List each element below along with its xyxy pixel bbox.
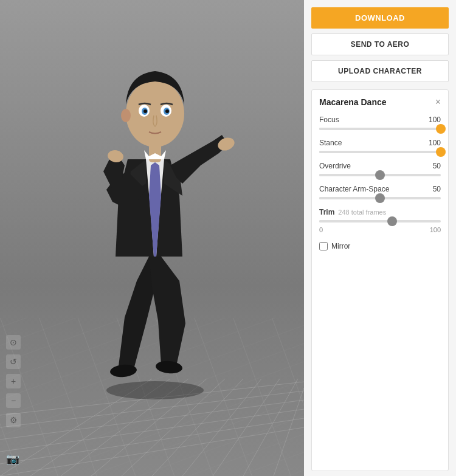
minus-icon[interactable]: − [6, 393, 21, 408]
trim-slider-row: Trim 248 total frames 0 100 [319, 208, 441, 233]
trim-numbers: 0 100 [319, 226, 441, 233]
svg-point-29 [143, 109, 147, 113]
character-svg [58, 26, 252, 402]
mirror-label: Mirror [331, 242, 350, 250]
settings-icon[interactable]: ⚙ [6, 413, 21, 427]
svg-point-30 [165, 109, 169, 113]
focus-slider-row: Focus 100 [319, 116, 441, 130]
svg-point-31 [121, 109, 131, 122]
right-panel: DOWNLOAD SEND TO AERO UPLOAD CHARACTER M… [304, 0, 456, 476]
trim-min: 0 [319, 226, 323, 233]
focus-label: Focus [319, 116, 339, 124]
camera-icon[interactable]: 📷 [6, 452, 21, 467]
panel-title: Macarena Dance [319, 97, 387, 107]
mirror-row: Mirror [319, 242, 441, 250]
overdrive-value: 50 [433, 162, 441, 170]
close-button[interactable]: × [435, 97, 441, 107]
stance-track[interactable] [319, 151, 441, 153]
toolbar: ⊙ ↺ + − ⚙ [6, 335, 21, 427]
overdrive-thumb[interactable] [375, 170, 385, 180]
trim-label: Trim [319, 208, 334, 216]
overdrive-label: Overdrive [319, 162, 351, 170]
download-button[interactable]: DOWNLOAD [311, 7, 449, 29]
panel-header: Macarena Dance × [319, 97, 441, 107]
trim-track[interactable] [319, 220, 441, 222]
focus-thumb[interactable] [436, 124, 446, 134]
stance-value: 100 [429, 139, 441, 147]
overdrive-track[interactable] [319, 174, 441, 176]
animation-panel: Macarena Dance × Focus 100 Stance 100 [311, 89, 449, 471]
arm-space-track[interactable] [319, 197, 441, 199]
character-container [18, 12, 292, 415]
undo-icon[interactable]: ↺ [6, 354, 21, 369]
svg-point-18 [106, 381, 204, 399]
mirror-checkbox[interactable] [319, 242, 328, 250]
focus-track[interactable] [319, 128, 441, 130]
stance-label: Stance [319, 139, 342, 147]
arm-space-value: 50 [433, 185, 441, 193]
trim-sub-label: 248 total frames [338, 209, 386, 216]
trim-thumb[interactable] [387, 216, 397, 226]
arm-space-thumb[interactable] [375, 193, 385, 203]
target-icon[interactable]: ⊙ [6, 335, 21, 350]
focus-value: 100 [429, 116, 441, 124]
stance-slider-row: Stance 100 [319, 139, 441, 153]
add-icon[interactable]: + [6, 374, 21, 388]
overdrive-slider-row: Overdrive 50 [319, 162, 441, 176]
arm-space-label: Character Arm-Space [319, 185, 389, 193]
trim-max: 100 [430, 226, 441, 233]
svg-point-24 [126, 80, 184, 147]
arm-space-slider-row: Character Arm-Space 50 [319, 185, 441, 199]
send-to-aero-button[interactable]: SEND TO AERO [311, 33, 449, 55]
stance-thumb[interactable] [436, 147, 446, 157]
viewport: ⊙ ↺ + − ⚙ 📷 [0, 0, 304, 476]
upload-character-button[interactable]: UPLOAD CHARACTER [311, 60, 449, 82]
svg-point-20 [155, 360, 183, 374]
